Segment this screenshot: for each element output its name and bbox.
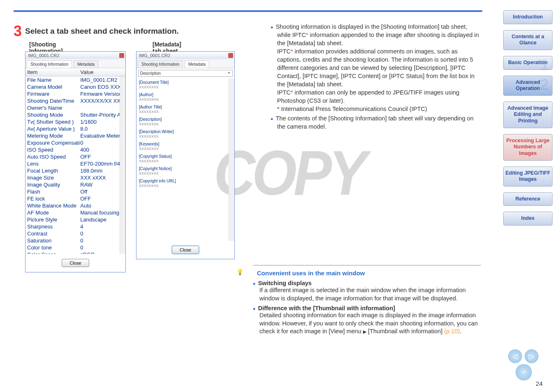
tab-shooting-info[interactable]: Shooting Information xyxy=(138,60,183,68)
bullet-1: Shooting information is displayed in the… xyxy=(271,23,480,113)
info-table-body: File NameIMG_0001.CR2Camera ModelCanon E… xyxy=(25,76,125,254)
bullet-2: The contents of the [Shooting Informatio… xyxy=(271,114,480,131)
step-number: 3 xyxy=(14,23,22,40)
table-row: White Balance ModeAuto xyxy=(25,202,125,209)
header-item: Item xyxy=(27,69,80,75)
table-row: Contrast0 xyxy=(25,230,125,237)
top-bar xyxy=(14,10,482,12)
header-value: Value xyxy=(80,69,124,75)
sidebar-basic-operation[interactable]: 1Basic Operation xyxy=(503,56,553,70)
metadata-field: [Copyright Notice]XXXXXXXX xyxy=(139,166,232,175)
close-icon[interactable] xyxy=(228,53,233,58)
table-row: Image SizeXXX xXXX xyxy=(25,174,125,181)
table-row: Focal Length188.0mm xyxy=(25,167,125,174)
table-row: Auto ISO SpeedOFF xyxy=(25,153,125,160)
metadata-field: [Keywords]XXXXXXXX xyxy=(139,142,232,151)
scrollbar[interactable] xyxy=(229,78,234,241)
dialog-tabs: Shooting Information Metadata xyxy=(25,59,125,68)
table-row: FlashOff xyxy=(25,188,125,195)
tab-metadata[interactable]: Metadata xyxy=(185,60,209,68)
metadata-field: [Author]XXXXXXXX xyxy=(139,92,232,101)
sidebar-editing-jpeg[interactable]: Editing JPEG/TIFF Images xyxy=(503,166,553,187)
sidebar-nav: Introduction Contents at a Glance 1Basic… xyxy=(501,10,555,231)
dialog-title-text: IMG_0001.CR2 xyxy=(139,53,170,58)
table-row: Tv( Shutter Speed )1/1600 xyxy=(25,118,125,125)
metadata-dialog: IMG_0001.CR2 Shooting Information Metada… xyxy=(136,51,235,259)
shooting-info-dialog: IMG_0001.CR2 Shooting Information Metada… xyxy=(25,51,126,272)
table-row: Camera ModelCanon EOS XXX xyxy=(25,83,125,90)
close-icon[interactable] xyxy=(119,53,124,58)
back-button[interactable]: ↶ xyxy=(516,364,532,380)
lightbulb-icon xyxy=(236,269,246,277)
dialog-title: IMG_0001.CR2 xyxy=(25,52,125,59)
prev-page-button[interactable]: ◁ xyxy=(508,349,522,363)
table-row: Shooting ModeShutter-Priority AE xyxy=(25,111,125,118)
watermark: COPY xyxy=(214,136,364,210)
tip-box: Convenient uses in the main window Switc… xyxy=(253,265,481,336)
tip-text-2: Detailed shooting information for each i… xyxy=(259,311,481,336)
metadata-field: [Copyright Status]XXXXXXXX xyxy=(139,154,232,163)
close-button[interactable]: Close xyxy=(62,259,89,267)
sidebar-advanced-editing[interactable]: Advanced Image Editing and Printing xyxy=(503,101,553,128)
tip-sub-1: Switching displays xyxy=(253,280,481,286)
table-row: Exposure Compensation0 xyxy=(25,139,125,146)
scrollbar[interactable] xyxy=(120,76,125,254)
tip-header: Convenient uses in the main window xyxy=(257,270,481,277)
table-row: FirmwareFirmware Version XXX xyxy=(25,90,125,97)
tab-shooting-info[interactable]: Shooting Information xyxy=(27,60,72,68)
sidebar-introduction[interactable]: Introduction xyxy=(503,10,553,24)
sidebar-processing[interactable]: Processing Large Numbers of Images xyxy=(503,134,553,161)
tip-text-1: If a different image is selected in the … xyxy=(259,286,481,302)
metadata-field: [Copyright info URL]XXXXXXXX xyxy=(139,179,232,188)
tab-metadata[interactable]: Metadata xyxy=(74,60,98,68)
metadata-field: [Author Title]XXXXXXXX xyxy=(139,105,232,114)
info-table-header: Item Value xyxy=(25,68,125,76)
table-row: ISO Speed400 xyxy=(25,146,125,153)
tip-sub-2: Difference with the [Thumbnail with info… xyxy=(253,305,481,311)
sidebar-reference[interactable]: Reference xyxy=(503,192,553,206)
table-row: LensEF70-200mm f/4L USM xyxy=(25,160,125,167)
step-heading: Select a tab sheet and check information… xyxy=(25,27,179,36)
table-row: AF ModeManual focusing xyxy=(25,209,125,216)
table-row: FE lockOFF xyxy=(25,195,125,202)
table-row: Sharpness4 xyxy=(25,223,125,230)
table-row: Image QualityRAW xyxy=(25,181,125,188)
explanation-text: Shooting information is displayed in the… xyxy=(271,23,480,132)
table-row: Picture StyleLandscape xyxy=(25,216,125,223)
table-row: Shooting Date/TimeXXXX/XX/XX XX:XX:XX xyxy=(25,97,125,104)
table-row: File NameIMG_0001.CR2 xyxy=(25,76,125,83)
table-row: Color tone0 xyxy=(25,244,125,251)
dialog-tabs: Shooting Information Metadata xyxy=(136,59,234,68)
nav-arrows: ◁ ▷ xyxy=(508,349,539,363)
next-page-button[interactable]: ▷ xyxy=(525,349,539,363)
table-row: Color SpacesRGB xyxy=(25,251,125,254)
sidebar-contents[interactable]: Contents at a Glance xyxy=(503,30,553,50)
table-row: Saturation0 xyxy=(25,237,125,244)
metadata-field: [Description]XXXXXXXX xyxy=(139,117,232,126)
dialog-title-text: IMG_0001.CR2 xyxy=(28,53,59,58)
metadata-field: [Description Writer]XXXXXXXX xyxy=(139,129,232,138)
metadata-category-dropdown[interactable]: Description xyxy=(138,70,233,77)
close-button[interactable]: Close xyxy=(172,246,199,254)
metadata-field: [Document Title]XXXXXXXX xyxy=(139,80,232,89)
page-link[interactable]: (p.10) xyxy=(444,328,460,334)
sidebar-index[interactable]: Index xyxy=(503,212,553,226)
sidebar-advanced-operation[interactable]: 2Advanced Operation xyxy=(503,76,553,96)
table-row: Owner's Name xyxy=(25,104,125,111)
metadata-body: [Document Title]XXXXXXXX[Author]XXXXXXXX… xyxy=(136,78,234,241)
dialog-title: IMG_0001.CR2 xyxy=(136,52,234,59)
table-row: Metering ModeEvaluative Metering xyxy=(25,132,125,139)
table-row: Av( Aperture Value )8.0 xyxy=(25,125,125,132)
page-number: 24 xyxy=(536,380,543,387)
